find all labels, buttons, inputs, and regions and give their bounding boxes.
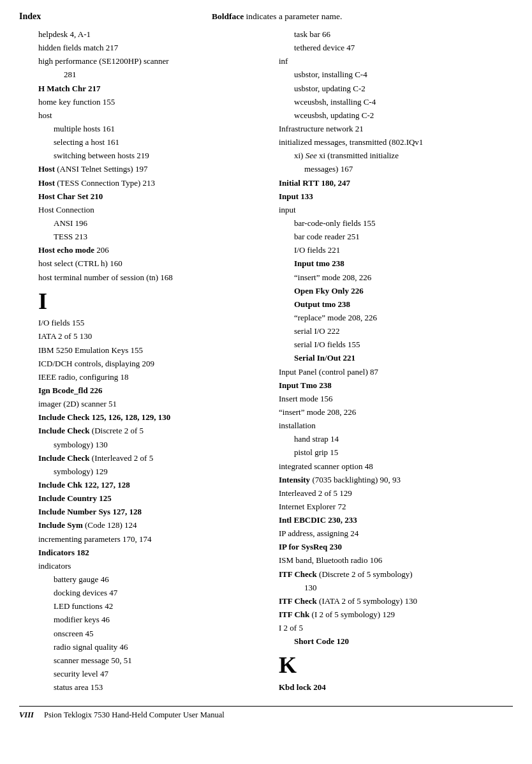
list-item: security level 47 (38, 668, 266, 680)
list-item: “insert” mode 208, 226 (279, 406, 506, 419)
left-column: helpdesk 4, A-1hidden fields match 217hi… (19, 28, 272, 694)
list-item: helpdesk 4, A-1 (38, 28, 266, 41)
list-item: Include Check (Interleaved 2 of 5 (38, 452, 266, 465)
list-item: ICD/DCH controls, displaying 209 (38, 357, 266, 370)
list-item: scanner message 50, 51 (38, 654, 266, 667)
list-item: I/O fields 221 (279, 244, 506, 257)
list-item: Include Sym (Code 128) 124 (38, 519, 266, 532)
list-item: ITF Check (Discrete 2 of 5 symbology) (279, 568, 506, 581)
list-item: Kbd lock 204 (279, 681, 506, 694)
list-item: wceusbsh, updating C-2 (279, 109, 506, 122)
list-item: Include Number Sys 127, 128 (38, 506, 266, 518)
list-item: Infrastructure network 21 (279, 123, 506, 135)
right-column: task bar 66tethered device 47infusbstor,… (272, 28, 513, 694)
footer-page: VIII (19, 710, 34, 720)
list-item: Input Panel (control panel) 87 (279, 366, 506, 378)
list-item: Initial RTT 180, 247 (279, 177, 506, 190)
list-item: xi) See xi (transmitted initialize (279, 149, 506, 162)
list-item: Short Code 120 (279, 635, 506, 648)
list-item: symbology) 129 (38, 465, 266, 478)
list-item: Input Tmo 238 (279, 379, 506, 392)
list-item: host terminal number of session (tn) 168 (38, 271, 266, 284)
list-item: Include Country 125 (38, 492, 266, 505)
header-note: Boldface indicates a parameter name. (41, 11, 513, 22)
boldface-label: Boldface (212, 11, 244, 21)
list-item: 281 (38, 68, 266, 81)
list-item: serial I/O fields 155 (279, 338, 506, 351)
list-item: Host Connection (38, 204, 266, 216)
list-item: Indicators 182 (38, 546, 266, 559)
list-item: symbology) 130 (38, 438, 266, 451)
list-item: radio signal quality 46 (38, 641, 266, 654)
list-item: “insert” mode 208, 226 (279, 271, 506, 284)
list-item: ITF Chk (I 2 of 5 symbology) 129 (279, 608, 506, 621)
list-item: 130 (279, 581, 506, 594)
index-label: Index (19, 11, 41, 22)
list-item: TESS 213 (38, 230, 266, 243)
list-item: usbstor, installing C-4 (279, 68, 506, 81)
list-item: integrated scanner option 48 (279, 460, 506, 473)
list-item: battery gauge 46 (38, 573, 266, 586)
list-item: ISM band, Bluetooth radio 106 (279, 554, 506, 567)
list-item: indicators (38, 560, 266, 573)
list-item: high performance (SE1200HP) scanner (38, 55, 266, 68)
list-item: Include Check 125, 126, 128, 129, 130 (38, 411, 266, 424)
list-item: H Match Chr 217 (38, 82, 266, 95)
list-item: IP for SysReq 230 (279, 541, 506, 553)
list-item: Ign Bcode_fld 226 (38, 384, 266, 397)
list-item: Host (TESS Connection Type) 213 (38, 177, 266, 190)
list-item: multiple hosts 161 (38, 123, 266, 135)
list-item: IATA 2 of 5 130 (38, 330, 266, 343)
list-item: initialized messages, transmitted (802.I… (279, 136, 506, 149)
list-item: Intl EBCDIC 230, 233 (279, 514, 506, 527)
list-item: bar code reader 251 (279, 230, 506, 243)
list-item: host select (CTRL h) 160 (38, 257, 266, 270)
header-suffix: indicates a parameter name. (244, 11, 342, 21)
list-item: Insert mode 156 (279, 393, 506, 405)
section-letter: I (38, 289, 266, 315)
list-item: wceusbsh, installing C-4 (279, 96, 506, 109)
list-item: pistol grip 15 (279, 446, 506, 459)
list-item: selecting a host 161 (38, 136, 266, 149)
section-letter: K (279, 653, 506, 678)
list-item: incrementing parameters 170, 174 (38, 533, 266, 546)
list-item: bar-code-only fields 155 (279, 217, 506, 230)
list-item: Host echo mode 206 (38, 244, 266, 257)
list-item: Include Chk 122, 127, 128 (38, 479, 266, 491)
list-item: messages) 167 (279, 163, 506, 176)
list-item: input (279, 204, 506, 216)
footer-title: Psion Teklogix 7530 Hand-Held Computer U… (44, 710, 225, 720)
list-item: Interleaved 2 of 5 129 (279, 487, 506, 500)
list-item: “replace” mode 208, 226 (279, 311, 506, 324)
list-item: task bar 66 (279, 28, 506, 41)
list-item: home key function 155 (38, 96, 266, 109)
list-item: host (38, 109, 266, 122)
list-item: onscreen 45 (38, 627, 266, 640)
list-item: ITF Check (IATA 2 of 5 symbology) 130 (279, 595, 506, 608)
list-item: I/O fields 155 (38, 317, 266, 329)
list-item: Open Fky Only 226 (279, 285, 506, 297)
list-item: usbstor, updating C-2 (279, 82, 506, 95)
list-item: imager (2D) scanner 51 (38, 398, 266, 410)
page-footer: VIII Psion Teklogix 7530 Hand-Held Compu… (19, 706, 513, 720)
list-item: LED functions 42 (38, 600, 266, 613)
list-item: docking devices 47 (38, 587, 266, 599)
list-item: Input tmo 238 (279, 257, 506, 270)
list-item: status area 153 (38, 681, 266, 694)
list-item: Internet Explorer 72 (279, 500, 506, 513)
list-item: Include Check (Discrete 2 of 5 (38, 424, 266, 437)
list-item: IP address, assigning 24 (279, 527, 506, 540)
page-header: Index Boldface indicates a parameter nam… (19, 11, 513, 22)
list-item: hidden fields match 217 (38, 41, 266, 54)
list-item: switching between hosts 219 (38, 149, 266, 162)
list-item: ANSI 196 (38, 217, 266, 230)
list-item: hand strap 14 (279, 433, 506, 446)
list-item: IBM 5250 Emulation Keys 155 (38, 344, 266, 357)
list-item: modifier keys 46 (38, 613, 266, 626)
list-item: Host (ANSI Telnet Settings) 197 (38, 163, 266, 176)
list-item: Serial In/Out 221 (279, 352, 506, 364)
list-item: installation (279, 419, 506, 432)
list-item: Input 133 (279, 190, 506, 203)
list-item: IEEE radio, configuring 18 (38, 371, 266, 384)
list-item: Output tmo 238 (279, 298, 506, 311)
